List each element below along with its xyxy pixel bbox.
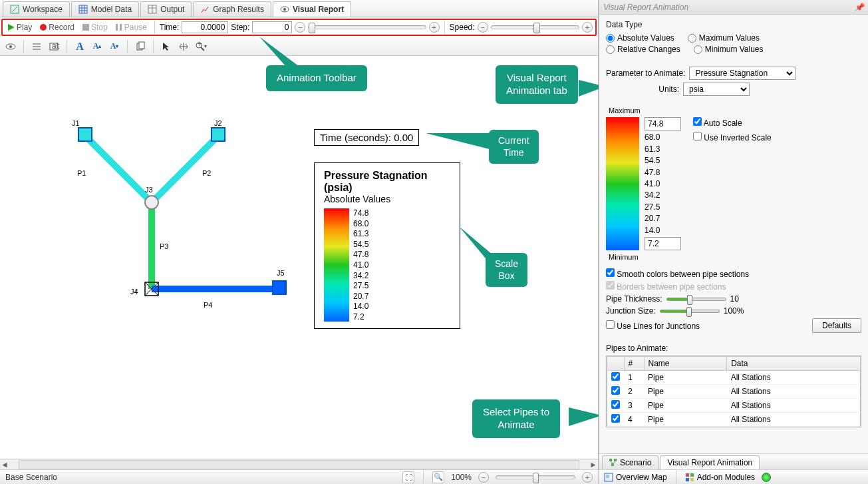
animation-toolbar: Play Record Stop Pause Time: Step: − + S… <box>1 19 597 36</box>
textbox-icon[interactable]: ab <box>47 40 61 53</box>
btab-vra[interactable]: Visual Report Animation <box>660 455 760 469</box>
separator <box>423 471 424 484</box>
step-plus-button[interactable]: + <box>429 22 440 33</box>
tab-model-data[interactable]: Model Data <box>71 1 139 17</box>
svg-point-36 <box>145 196 158 209</box>
tab-workspace[interactable]: Workspace <box>3 1 70 17</box>
svg-line-50 <box>613 461 615 463</box>
addon-modules-button[interactable]: Add-on Modules <box>685 473 755 482</box>
fit-icon[interactable]: ⛶ <box>402 471 414 483</box>
scale-section: Maximum 68.061.3 54.547.8 41.034.2 27.52… <box>599 103 868 265</box>
main-tabs: Workspace Model Data Output Graph Result… <box>0 0 598 17</box>
radio-maximum[interactable]: Maximum Values <box>688 33 760 43</box>
pointer-icon[interactable] <box>160 40 173 53</box>
play-button[interactable]: Play <box>5 21 35 33</box>
status-scenario: Base Scenario <box>5 473 57 482</box>
table-icon <box>148 5 157 14</box>
chart-icon <box>200 5 210 14</box>
param-select[interactable]: Pressure Stagnation <box>689 67 796 80</box>
svg-marker-12 <box>8 24 15 31</box>
svg-text:+: + <box>198 41 202 49</box>
modules-icon <box>685 473 694 482</box>
svg-point-18 <box>9 45 12 48</box>
tab-label: Output <box>160 5 184 14</box>
zoom-magnifier-icon[interactable]: 🔍 <box>432 471 444 483</box>
col-data[interactable]: Data <box>727 357 861 371</box>
record-button[interactable]: Record <box>37 21 77 33</box>
scroll-track[interactable] <box>19 460 579 469</box>
col-num[interactable]: # <box>624 357 644 371</box>
max-input[interactable] <box>645 117 681 130</box>
font-increase-icon[interactable]: A▴ <box>90 40 104 53</box>
speed-minus-button[interactable]: − <box>478 22 488 33</box>
step-slider[interactable] <box>308 25 426 29</box>
zoom-out-button[interactable]: − <box>478 472 489 483</box>
svg-line-1 <box>12 7 17 12</box>
font-a-icon[interactable]: A <box>73 40 86 53</box>
svg-marker-26 <box>163 43 169 51</box>
map-icon <box>604 473 613 482</box>
table-row[interactable]: 1PipeAll Stations <box>607 371 861 385</box>
status-bar-left: Base Scenario ⛶ 🔍 100% − + <box>0 469 598 484</box>
svg-rect-56 <box>690 478 694 481</box>
zoom-value: 100% <box>451 473 472 482</box>
junction-size-slider[interactable] <box>660 310 720 313</box>
scroll-right-icon[interactable]: ► <box>589 460 598 469</box>
speed-plus-button[interactable]: + <box>582 22 593 33</box>
tab-output[interactable]: Output <box>140 1 192 17</box>
thickness-label: Pipe Thickness: <box>606 294 662 304</box>
list-icon[interactable] <box>30 40 43 53</box>
speed-slider[interactable] <box>491 25 579 29</box>
play-label: Play <box>17 23 32 32</box>
tab-graph-results[interactable]: Graph Results <box>193 1 271 17</box>
smooth-check[interactable]: Smooth colors between pipe sections <box>606 268 861 279</box>
eye-settings-icon[interactable] <box>4 40 17 53</box>
min-input[interactable] <box>645 237 681 250</box>
thickness-slider[interactable] <box>666 298 726 301</box>
auto-scale-check[interactable]: Auto Scale <box>693 117 772 128</box>
min-label: Minimum <box>609 253 861 261</box>
units-select[interactable]: psia <box>683 83 750 96</box>
copy-icon[interactable] <box>134 40 147 53</box>
pause-button[interactable]: Pause <box>113 21 150 33</box>
options-section: Smooth colors between pipe sections Bord… <box>599 265 868 340</box>
pin-icon[interactable]: 📌 <box>854 3 864 12</box>
pipes-section: Pipes to Animate: #NameData 1PipeAll Sta… <box>599 340 868 431</box>
btab-scenario[interactable]: Scenario <box>602 455 658 469</box>
radio-minimum[interactable]: Minimum Values <box>694 45 764 54</box>
pan-icon[interactable] <box>177 40 190 53</box>
separator <box>127 40 128 53</box>
col-name[interactable]: Name <box>644 357 727 371</box>
pipes-table: #NameData 1PipeAll Stations 2PipeAll Sta… <box>607 356 861 427</box>
overview-map-button[interactable]: Overview Map <box>604 473 667 482</box>
pipes-table-wrap[interactable]: #NameData 1PipeAll Stations 2PipeAll Sta… <box>606 356 861 427</box>
svg-rect-54 <box>690 473 694 477</box>
time-input[interactable] <box>182 21 228 33</box>
use-lines-check[interactable]: Use Lines for Junctions <box>606 320 700 331</box>
tree-icon <box>609 459 617 467</box>
step-input[interactable] <box>252 21 292 33</box>
stop-button[interactable]: Stop <box>80 21 110 33</box>
step-minus-button[interactable]: − <box>295 22 305 33</box>
scroll-left-icon[interactable]: ◄ <box>0 460 9 469</box>
table-row[interactable]: 4PipeAll Stations <box>607 413 861 427</box>
defaults-button[interactable]: Defaults <box>812 318 861 333</box>
radio-relative[interactable]: Relative Changes <box>606 45 680 54</box>
font-decrease-icon[interactable]: A▾ <box>108 40 121 53</box>
callout-arrow <box>459 226 492 266</box>
thickness-value: 10 <box>730 294 739 304</box>
zoom-slider[interactable] <box>496 475 575 479</box>
table-row[interactable]: 3PipeAll Stations <box>607 399 861 413</box>
svg-marker-44 <box>459 226 492 266</box>
svg-rect-25 <box>139 42 144 49</box>
horizontal-scrollbar[interactable]: ◄ ► <box>0 459 598 469</box>
zoom-in-button[interactable]: + <box>582 472 593 483</box>
tab-label: Workspace <box>23 5 63 14</box>
inverted-scale-check[interactable]: Use Inverted Scale <box>693 132 772 142</box>
zoom-icon[interactable]: +▾ <box>194 40 208 53</box>
table-row[interactable]: 2PipeAll Stations <box>607 385 861 399</box>
svg-line-30 <box>85 136 152 202</box>
radio-absolute[interactable]: Absolute Values <box>606 33 674 43</box>
pipes-label: Pipes to Animate: <box>606 344 861 353</box>
tab-visual-report[interactable]: Visual Report <box>273 1 351 17</box>
